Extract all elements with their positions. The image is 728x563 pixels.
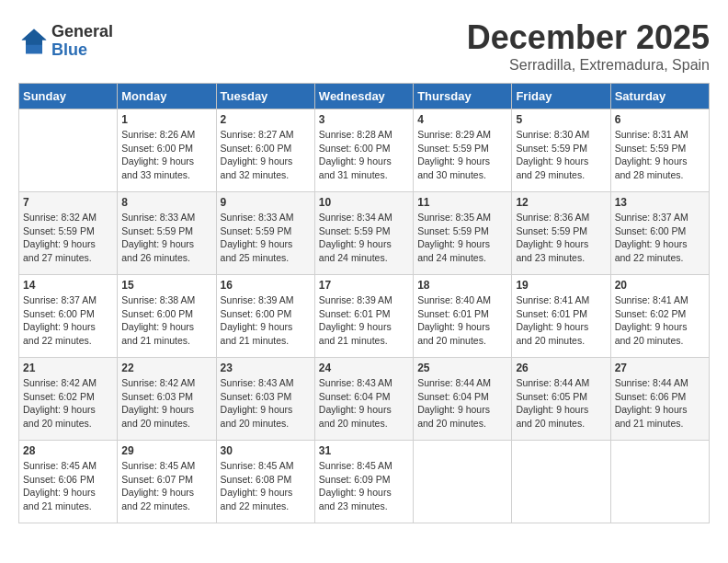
day-number: 31 (319, 444, 409, 457)
day-info: Sunrise: 8:41 AM Sunset: 6:01 PM Dayligh… (516, 293, 606, 348)
sunset: Sunset: 5:59 PM (221, 225, 292, 236)
day-cell: 15 Sunrise: 8:38 AM Sunset: 6:00 PM Dayl… (118, 275, 216, 358)
sunset: Sunset: 6:04 PM (417, 391, 489, 402)
day-info: Sunrise: 8:42 AM Sunset: 6:03 PM Dayligh… (121, 376, 211, 431)
sunrise: Sunrise: 8:39 AM (319, 294, 392, 305)
svg-marker-1 (22, 29, 47, 44)
sunrise: Sunrise: 8:28 AM (319, 129, 392, 140)
sunset: Sunset: 5:59 PM (516, 143, 587, 154)
day-cell: 11 Sunrise: 8:35 AM Sunset: 5:59 PM Dayl… (414, 192, 512, 275)
daylight: Daylight: 9 hours and 33 minutes. (121, 155, 194, 180)
daylight: Daylight: 9 hours and 31 minutes. (319, 155, 392, 180)
daylight: Daylight: 9 hours and 21 minutes. (23, 487, 96, 511)
day-cell: 21 Sunrise: 8:42 AM Sunset: 6:02 PM Dayl… (19, 358, 118, 441)
day-cell: 26 Sunrise: 8:44 AM Sunset: 6:05 PM Dayl… (512, 358, 610, 441)
sunrise: Sunrise: 8:40 AM (417, 294, 491, 305)
day-number: 23 (221, 362, 311, 374)
day-number: 25 (417, 362, 507, 374)
header-thursday: Thursday (414, 84, 512, 109)
header-tuesday: Tuesday (216, 84, 314, 109)
sunrise: Sunrise: 8:31 AM (615, 129, 688, 140)
sunset: Sunset: 6:06 PM (23, 474, 95, 485)
day-number: 20 (615, 279, 705, 292)
logo-icon (20, 28, 48, 55)
sunrise: Sunrise: 8:37 AM (23, 294, 97, 305)
header-monday: Monday (118, 84, 216, 109)
daylight: Daylight: 9 hours and 20 minutes. (417, 404, 490, 429)
sunrise: Sunrise: 8:27 AM (221, 129, 294, 140)
day-number: 28 (23, 444, 113, 457)
day-info: Sunrise: 8:32 AM Sunset: 5:59 PM Dayligh… (23, 211, 113, 265)
day-number: 1 (121, 113, 211, 126)
day-cell: 12 Sunrise: 8:36 AM Sunset: 5:59 PM Dayl… (512, 192, 610, 275)
day-cell: 29 Sunrise: 8:45 AM Sunset: 6:07 PM Dayl… (118, 441, 216, 523)
sunset: Sunset: 6:09 PM (319, 474, 391, 485)
day-number: 5 (516, 113, 606, 126)
day-info: Sunrise: 8:45 AM Sunset: 6:06 PM Dayligh… (23, 459, 113, 513)
header-sunday: Sunday (19, 84, 118, 109)
day-info: Sunrise: 8:26 AM Sunset: 6:00 PM Dayligh… (121, 128, 211, 182)
day-number: 17 (319, 279, 409, 292)
sunset: Sunset: 6:06 PM (615, 391, 687, 402)
day-info: Sunrise: 8:34 AM Sunset: 5:59 PM Dayligh… (319, 211, 409, 265)
sunrise: Sunrise: 8:36 AM (516, 212, 589, 223)
day-number: 22 (121, 362, 211, 374)
sunset: Sunset: 6:00 PM (221, 308, 292, 319)
sunset: Sunset: 6:03 PM (221, 391, 292, 402)
sunrise: Sunrise: 8:32 AM (23, 212, 97, 223)
daylight: Daylight: 9 hours and 20 minutes. (615, 321, 688, 346)
day-info: Sunrise: 8:38 AM Sunset: 6:00 PM Dayligh… (121, 293, 211, 348)
sunrise: Sunrise: 8:35 AM (417, 212, 491, 223)
day-number: 27 (615, 362, 705, 374)
day-number: 13 (615, 196, 705, 209)
day-number: 7 (23, 196, 113, 209)
daylight: Daylight: 9 hours and 27 minutes. (23, 238, 96, 263)
day-info: Sunrise: 8:44 AM Sunset: 6:06 PM Dayligh… (615, 376, 705, 431)
sunrise: Sunrise: 8:33 AM (221, 212, 294, 223)
day-number: 18 (417, 279, 507, 292)
day-cell: 2 Sunrise: 8:27 AM Sunset: 6:00 PM Dayli… (216, 109, 314, 192)
sunrise: Sunrise: 8:44 AM (516, 377, 589, 388)
sunrise: Sunrise: 8:45 AM (319, 460, 392, 471)
day-cell: 13 Sunrise: 8:37 AM Sunset: 6:00 PM Dayl… (610, 192, 709, 275)
header-saturday: Saturday (610, 84, 709, 109)
day-cell (19, 109, 118, 192)
day-number: 6 (615, 113, 705, 126)
day-cell: 1 Sunrise: 8:26 AM Sunset: 6:00 PM Dayli… (118, 109, 216, 192)
daylight: Daylight: 9 hours and 28 minutes. (615, 155, 688, 180)
sunset: Sunset: 6:00 PM (23, 308, 95, 319)
location-title: Serradilla, Extremadura, Spain (467, 57, 710, 74)
sunset: Sunset: 5:59 PM (516, 225, 587, 236)
sunset: Sunset: 6:00 PM (319, 143, 391, 154)
week-row-4: 21 Sunrise: 8:42 AM Sunset: 6:02 PM Dayl… (19, 358, 710, 441)
day-number: 11 (417, 196, 507, 209)
calendar-table: SundayMondayTuesdayWednesdayThursdayFrid… (18, 83, 710, 523)
daylight: Daylight: 9 hours and 21 minutes. (319, 321, 392, 346)
sunrise: Sunrise: 8:45 AM (221, 460, 294, 471)
day-info: Sunrise: 8:45 AM Sunset: 6:09 PM Dayligh… (319, 459, 409, 513)
sunset: Sunset: 6:05 PM (516, 391, 587, 402)
daylight: Daylight: 9 hours and 22 minutes. (615, 238, 688, 263)
day-cell: 28 Sunrise: 8:45 AM Sunset: 6:06 PM Dayl… (19, 441, 118, 523)
daylight: Daylight: 9 hours and 25 minutes. (221, 238, 293, 263)
header: General Blue December 2025 Serradilla, E… (18, 18, 710, 74)
logo: General Blue (18, 23, 113, 60)
day-number: 2 (221, 113, 311, 126)
day-cell: 7 Sunrise: 8:32 AM Sunset: 5:59 PM Dayli… (19, 192, 118, 275)
day-cell: 8 Sunrise: 8:33 AM Sunset: 5:59 PM Dayli… (118, 192, 216, 275)
daylight: Daylight: 9 hours and 23 minutes. (319, 487, 392, 511)
daylight: Daylight: 9 hours and 30 minutes. (417, 155, 490, 180)
sunrise: Sunrise: 8:41 AM (615, 294, 688, 305)
day-info: Sunrise: 8:45 AM Sunset: 6:07 PM Dayligh… (121, 459, 211, 513)
daylight: Daylight: 9 hours and 24 minutes. (319, 238, 392, 263)
day-info: Sunrise: 8:30 AM Sunset: 5:59 PM Dayligh… (516, 128, 606, 182)
day-number: 30 (221, 444, 311, 457)
day-cell: 5 Sunrise: 8:30 AM Sunset: 5:59 PM Dayli… (512, 109, 610, 192)
sunrise: Sunrise: 8:44 AM (417, 377, 491, 388)
day-number: 8 (121, 196, 211, 209)
daylight: Daylight: 9 hours and 21 minutes. (221, 321, 293, 346)
sunset: Sunset: 5:59 PM (23, 225, 95, 236)
day-cell: 4 Sunrise: 8:29 AM Sunset: 5:59 PM Dayli… (414, 109, 512, 192)
header-wednesday: Wednesday (314, 84, 413, 109)
sunrise: Sunrise: 8:38 AM (121, 294, 195, 305)
